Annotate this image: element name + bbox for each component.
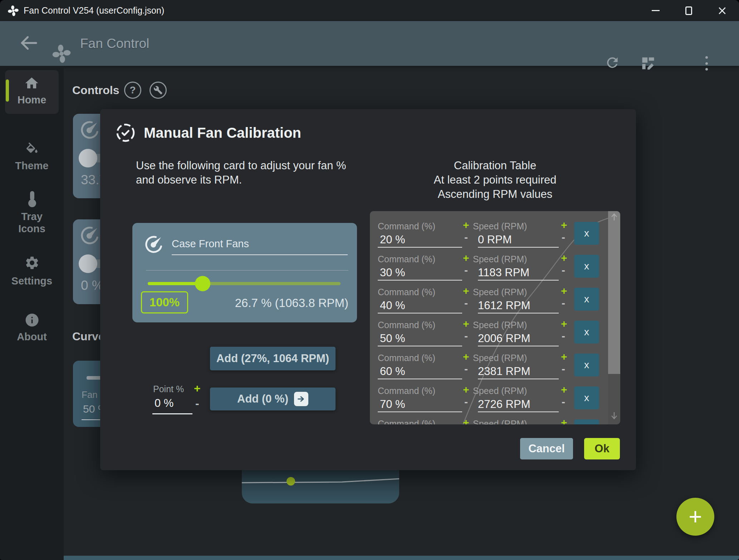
window-title: Fan Control V254 (userConfig.json)	[24, 0, 164, 21]
speed-value-input[interactable]: 2006 RPM	[478, 332, 530, 345]
command-value-input[interactable]: 20 %	[380, 233, 405, 246]
theme-icon[interactable]	[0, 142, 64, 158]
table-row: Command (%) + 30 % - Speed (RPM) + 1183 …	[370, 254, 608, 287]
fan-name[interactable]: Case Front Fans	[172, 238, 249, 250]
fan-toggle-knob[interactable]	[79, 149, 97, 167]
command-value-input[interactable]: 40 %	[380, 299, 405, 312]
speed-increase-button[interactable]: +	[561, 252, 567, 264]
command-decrease-button[interactable]: -	[464, 297, 468, 309]
command-value-input[interactable]: 60 %	[380, 365, 405, 378]
command-underline	[378, 346, 462, 346]
speed-label: Speed (RPM)	[473, 254, 527, 264]
slider-thumb[interactable]	[195, 276, 210, 291]
remove-row-button[interactable]: x	[574, 255, 599, 278]
command-label: Command (%)	[378, 386, 435, 396]
speed-underline	[478, 247, 559, 248]
speed-value-input[interactable]: 0 RPM	[478, 233, 512, 246]
speed-increase-button[interactable]: +	[561, 285, 567, 297]
scroll-down-icon[interactable]	[608, 411, 620, 422]
table-row: Command (%) + 50 % - Speed (RPM) + 2006 …	[370, 320, 608, 353]
command-decrease-button[interactable]: -	[464, 264, 468, 276]
sidebar: Home Theme Tray Icons Settings About	[0, 66, 64, 560]
table-row: Command (%) + - Speed (RPM) + - x	[370, 419, 608, 424]
command-decrease-button[interactable]: -	[464, 330, 468, 342]
edit-dashboard-button[interactable]	[640, 55, 656, 71]
refresh-button[interactable]	[605, 55, 620, 70]
speed-value-input[interactable]: 1612 RPM	[478, 299, 530, 312]
sidebar-item-about[interactable]: About	[0, 331, 64, 343]
scrollbar-thumb[interactable]	[608, 211, 620, 374]
speed-increase-button[interactable]: +	[561, 221, 567, 231]
maximize-button[interactable]	[676, 0, 701, 21]
remove-row-button[interactable]: x	[574, 419, 599, 424]
close-icon	[718, 6, 727, 15]
remove-row-button[interactable]: x	[574, 386, 599, 409]
cancel-button[interactable]: Cancel	[520, 438, 573, 459]
speed-label: Speed (RPM)	[473, 320, 527, 330]
arrow-right-box-icon	[294, 392, 308, 406]
scroll-up-icon[interactable]	[608, 213, 620, 223]
back-button[interactable]	[19, 33, 39, 53]
add-current-point-button[interactable]: Add (27%, 1064 RPM)	[210, 347, 336, 370]
gear-icon[interactable]	[0, 255, 64, 271]
curve-chart-card[interactable]	[242, 470, 399, 503]
speed-value-input[interactable]: 2381 RPM	[478, 365, 530, 378]
point-input-underline	[152, 413, 192, 414]
command-increase-button[interactable]: +	[463, 221, 469, 231]
tools-button[interactable]	[150, 82, 167, 99]
add-manual-point-button[interactable]: Add (0 %)	[210, 388, 336, 410]
speed-underline	[478, 346, 559, 346]
point-decrease-button[interactable]: -	[195, 397, 199, 410]
sidebar-item-settings[interactable]: Settings	[0, 275, 64, 287]
info-icon[interactable]	[0, 312, 64, 328]
speed-decrease-button[interactable]: -	[562, 363, 565, 375]
title-bar[interactable]: Fan Control V254 (userConfig.json)	[0, 0, 739, 21]
speed-decrease-button[interactable]: -	[562, 231, 565, 243]
table-heading-line: At least 2 points required	[370, 173, 620, 187]
sidebar-item-tray-icons[interactable]: Tray Icons	[14, 210, 49, 235]
speed-increase-button[interactable]: +	[561, 318, 567, 330]
help-button[interactable]: ?	[124, 82, 141, 99]
command-increase-button[interactable]: +	[463, 417, 469, 424]
speed-decrease-button[interactable]: -	[562, 330, 565, 342]
point-increase-button[interactable]: +	[194, 382, 201, 395]
remove-row-button[interactable]: x	[574, 354, 599, 376]
command-decrease-button[interactable]: -	[464, 231, 468, 243]
command-increase-button[interactable]: +	[463, 318, 469, 330]
fan-toggle-knob[interactable]	[79, 254, 97, 273]
speed-decrease-button[interactable]: -	[562, 297, 565, 309]
command-increase-button[interactable]: +	[463, 285, 469, 297]
speed-decrease-button[interactable]: -	[562, 264, 565, 276]
command-increase-button[interactable]: +	[463, 351, 469, 363]
command-value-input[interactable]: 70 %	[380, 398, 405, 411]
ok-button[interactable]: Ok	[584, 438, 620, 459]
remove-row-button[interactable]: x	[574, 288, 599, 311]
command-increase-button[interactable]: +	[463, 252, 469, 264]
manual-fan-calibration-dialog: Manual Fan Calibration Use the following…	[100, 109, 636, 470]
command-label: Command (%)	[378, 287, 435, 297]
add-button-fab[interactable]: +	[676, 498, 714, 536]
point-percent-input[interactable]: 0 %	[155, 397, 173, 410]
speed-decrease-button[interactable]: -	[562, 396, 565, 408]
set-100-percent-button[interactable]: 100%	[141, 291, 188, 313]
thermometer-icon[interactable]	[0, 190, 64, 208]
speed-increase-button[interactable]: +	[561, 417, 567, 424]
sidebar-item-theme[interactable]: Theme	[0, 160, 64, 172]
table-scrollbar[interactable]	[608, 211, 620, 424]
speed-increase-button[interactable]: +	[561, 384, 567, 396]
remove-row-button[interactable]: x	[574, 321, 599, 344]
command-decrease-button[interactable]: -	[464, 396, 468, 408]
speed-label: Speed (RPM)	[473, 287, 527, 297]
command-value-input[interactable]: 30 %	[380, 266, 405, 279]
speed-increase-button[interactable]: +	[561, 351, 567, 363]
remove-row-button[interactable]: x	[574, 222, 599, 245]
more-options-button[interactable]	[704, 56, 709, 70]
speed-value-input[interactable]: 2726 RPM	[478, 398, 530, 411]
minimize-button[interactable]	[643, 0, 668, 21]
command-increase-button[interactable]: +	[463, 384, 469, 396]
app-title: Fan Control	[80, 21, 149, 66]
close-button[interactable]	[710, 0, 735, 21]
command-value-input[interactable]: 50 %	[380, 332, 405, 345]
speed-value-input[interactable]: 1183 RPM	[478, 266, 529, 279]
command-decrease-button[interactable]: -	[464, 363, 468, 375]
